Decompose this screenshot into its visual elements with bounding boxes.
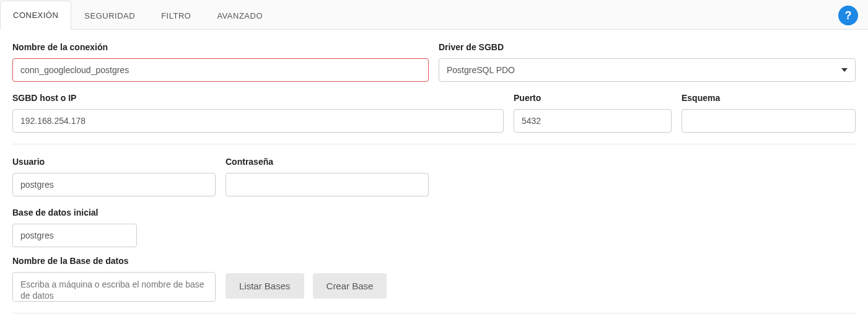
- host-label: SGBD host o IP: [12, 93, 504, 103]
- tab-connection[interactable]: CONEXIÓN: [0, 1, 71, 30]
- user-input[interactable]: [12, 173, 216, 196]
- form-content: Nombre de la conexión Driver de SGBD Pos…: [0, 30, 868, 329]
- help-button[interactable]: ?: [838, 6, 858, 25]
- schema-input[interactable]: [682, 109, 856, 133]
- user-label: Usuario: [12, 157, 216, 167]
- divider-bottom: [12, 313, 856, 314]
- driver-label: Driver de SGBD: [439, 42, 856, 52]
- host-input[interactable]: [12, 109, 504, 133]
- create-base-button[interactable]: Crear Base: [313, 273, 387, 299]
- port-label: Puerto: [514, 93, 672, 103]
- db-name-input[interactable]: [12, 272, 216, 302]
- connection-name-input[interactable]: [12, 58, 429, 82]
- help-icon: ?: [845, 9, 852, 22]
- initial-db-input[interactable]: [12, 224, 137, 247]
- password-label: Contraseña: [226, 157, 429, 167]
- connection-name-label: Nombre de la conexión: [12, 42, 429, 52]
- divider: [12, 144, 856, 144]
- tab-filter[interactable]: FILTRO: [148, 1, 204, 30]
- driver-select[interactable]: PostgreSQL PDO: [439, 58, 856, 82]
- schema-label: Esquema: [682, 93, 856, 103]
- tab-security[interactable]: SEGURIDAD: [71, 1, 148, 30]
- password-input[interactable]: [226, 173, 429, 196]
- tab-advanced[interactable]: AVANZADO: [204, 1, 276, 30]
- tabs-bar: CONEXIÓN SEGURIDAD FILTRO AVANZADO ?: [0, 0, 868, 30]
- db-name-label: Nombre de la Base de datos: [12, 256, 216, 266]
- initial-db-label: Base de datos inicial: [12, 208, 137, 217]
- port-input[interactable]: [514, 109, 672, 133]
- list-bases-button[interactable]: Listar Bases: [226, 273, 304, 299]
